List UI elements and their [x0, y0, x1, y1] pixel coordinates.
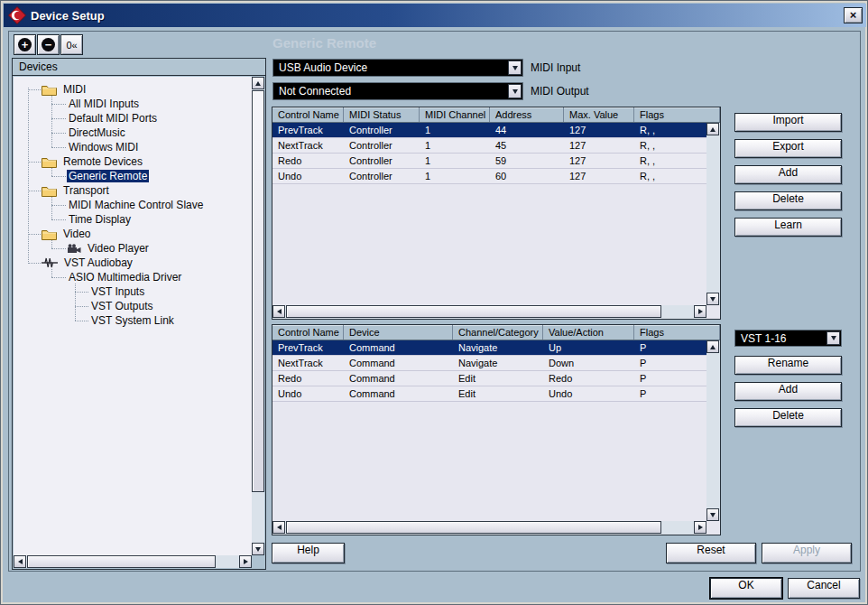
tree-item-vst-inputs[interactable]: VST Inputs: [14, 284, 252, 299]
tree-item-remote-devices[interactable]: Remote Devices: [14, 154, 252, 169]
scrollbar-thumb[interactable]: [252, 90, 264, 492]
reset-button[interactable]: Reset: [666, 543, 756, 563]
scroll-left-button[interactable]: [14, 555, 26, 568]
column-header[interactable]: Max. Value: [564, 107, 634, 122]
scroll-down-button[interactable]: [252, 543, 264, 555]
table-cell: 127: [564, 154, 634, 168]
tree-item-vst-audiobay[interactable]: VST Audiobay: [14, 256, 252, 270]
chevron-down-icon[interactable]: [508, 60, 522, 75]
apply-button[interactable]: Apply: [762, 543, 852, 563]
cancel-button[interactable]: Cancel: [788, 578, 860, 599]
table-vertical-scrollbar[interactable]: [706, 340, 720, 521]
table-row[interactable]: PrevTrackController144127R, ,: [272, 123, 706, 138]
scroll-right-button[interactable]: [239, 555, 252, 568]
delete-control-button[interactable]: Delete: [734, 191, 842, 210]
column-header[interactable]: Channel/Category: [453, 325, 543, 340]
tree-item-transport[interactable]: Transport: [14, 183, 252, 198]
tree-item-video[interactable]: Video: [14, 227, 252, 241]
tree-item-vst-outputs[interactable]: VST Outputs: [14, 299, 252, 313]
delete-bank-button[interactable]: Delete: [734, 408, 842, 427]
column-header[interactable]: Flags: [634, 107, 720, 122]
devices-vertical-scrollbar[interactable]: [252, 77, 264, 555]
scroll-left-button[interactable]: [272, 521, 285, 534]
remove-device-button[interactable]: −: [37, 34, 60, 55]
scroll-up-button[interactable]: [706, 340, 719, 353]
column-header[interactable]: MIDI Status: [344, 107, 420, 122]
tree-item-time-display[interactable]: Time Display: [14, 212, 252, 227]
chevron-down-icon[interactable]: [826, 331, 840, 345]
column-header[interactable]: Address: [490, 107, 564, 122]
tree-item-directmusic[interactable]: DirectMusic: [14, 126, 252, 140]
column-header[interactable]: Flags: [634, 325, 720, 340]
add-bank-button[interactable]: Add: [734, 382, 842, 401]
add-device-button[interactable]: +: [14, 34, 36, 55]
tree-item-asio-multimedia-driver[interactable]: ASIO Multimedia Driver: [14, 270, 252, 284]
folder-icon: [42, 185, 57, 197]
table-horizontal-scrollbar[interactable]: [272, 521, 706, 535]
scroll-right-button[interactable]: [694, 305, 706, 318]
up-arrow-icon: [710, 127, 716, 132]
learn-button[interactable]: Learn: [734, 218, 842, 237]
midi-input-select[interactable]: USB Audio Device: [272, 59, 523, 77]
column-header[interactable]: Value/Action: [543, 325, 634, 340]
tree-item-default-midi-ports[interactable]: Default MIDI Ports: [14, 111, 252, 126]
scrollbar-thumb[interactable]: [27, 555, 216, 568]
table-cell: Redo: [543, 371, 634, 386]
rename-bank-button[interactable]: Rename: [734, 356, 842, 375]
scroll-up-button[interactable]: [706, 123, 719, 135]
scroll-down-button[interactable]: [706, 508, 719, 521]
table-row[interactable]: NextTrackCommandNavigateDownP: [272, 356, 706, 371]
up-arrow-icon: [255, 81, 261, 86]
column-header[interactable]: Control Name: [272, 325, 344, 340]
reset-all-button[interactable]: 0«: [60, 34, 83, 55]
table-row[interactable]: UndoCommandEditUndoP: [272, 386, 706, 402]
close-button[interactable]: ×: [844, 7, 863, 23]
left-arrow-icon: [18, 559, 23, 564]
devices-horizontal-scrollbar[interactable]: [14, 555, 252, 568]
bank-select[interactable]: VST 1-16: [734, 330, 842, 347]
column-header[interactable]: MIDI Channel: [420, 107, 490, 122]
scroll-right-button[interactable]: [694, 521, 706, 534]
tree-item-generic-remote[interactable]: Generic Remote: [14, 169, 252, 183]
table-row[interactable]: NextTrackController145127R, ,: [272, 138, 706, 154]
help-button[interactable]: Help: [272, 543, 345, 563]
table-cell: P: [634, 371, 706, 386]
table-row[interactable]: RedoController159127R, ,: [272, 154, 706, 169]
tree-item-label: Generic Remote: [67, 170, 149, 182]
ok-button[interactable]: OK: [710, 578, 782, 599]
export-button[interactable]: Export: [734, 139, 842, 158]
tree-item-windows-midi[interactable]: Windows MIDI: [14, 140, 252, 154]
tree-item-midi-machine-control-slave[interactable]: MIDI Machine Control Slave: [14, 198, 252, 212]
table-cell: Undo: [272, 386, 344, 401]
table-cell: 60: [490, 169, 564, 183]
table-row[interactable]: PrevTrackCommandNavigateUpP: [272, 340, 706, 356]
table-horizontal-scrollbar[interactable]: [272, 305, 706, 319]
tree-item-video-player[interactable]: Video Player: [14, 241, 252, 256]
chevron-down-icon[interactable]: [508, 84, 522, 98]
midi-output-select[interactable]: Not Connected: [272, 82, 523, 100]
column-header[interactable]: Device: [344, 325, 453, 340]
add-control-button[interactable]: Add: [734, 165, 842, 184]
tree-item-all-midi-inputs[interactable]: All MIDI Inputs: [14, 97, 252, 111]
table-cell: Controller: [344, 123, 420, 137]
command-assignment-table: Control NameDeviceChannel/CategoryValue/…: [272, 324, 721, 535]
midi-output-label: MIDI Output: [531, 85, 589, 98]
scroll-left-button[interactable]: [272, 305, 285, 318]
column-header[interactable]: Control Name: [272, 107, 344, 122]
table-vertical-scrollbar[interactable]: [706, 123, 720, 305]
scroll-down-button[interactable]: [706, 293, 719, 305]
tree-item-label: DirectMusic: [67, 126, 127, 139]
scrollbar-thumb[interactable]: [286, 521, 661, 534]
scrollbar-thumb[interactable]: [286, 305, 661, 318]
table-cell: 127: [564, 169, 634, 183]
table-cell: PrevTrack: [272, 340, 344, 355]
tree-item-vst-system-link[interactable]: VST System Link: [14, 313, 252, 328]
import-button[interactable]: Import: [734, 113, 842, 132]
tree-item-midi[interactable]: MIDI: [14, 82, 252, 97]
up-arrow-icon: [710, 345, 716, 349]
table-cell: Navigate: [453, 356, 543, 370]
table-row[interactable]: UndoController160127R, ,: [272, 169, 706, 184]
scroll-up-button[interactable]: [252, 77, 264, 89]
table-row[interactable]: RedoCommandEditRedoP: [272, 371, 706, 386]
table-cell: Command: [344, 386, 453, 401]
